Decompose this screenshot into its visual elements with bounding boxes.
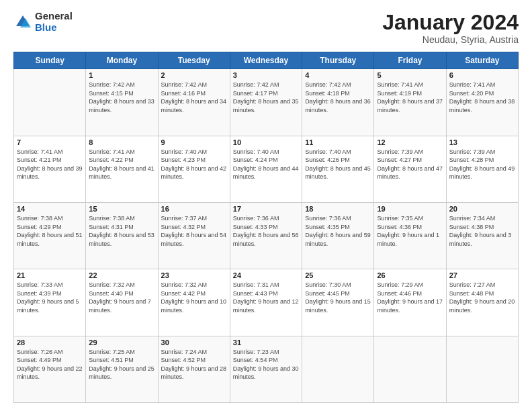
day-info: Sunrise: 7:38 AMSunset: 4:29 PMDaylight:… [17,214,83,248]
sunset-text: Sunset: 4:43 PM [233,290,278,297]
daylight-text: Daylight: 9 hours and 12 minutes. [233,298,299,314]
sunrise-text: Sunrise: 7:36 AM [233,215,279,222]
header-saturday: Saturday [446,52,518,69]
day-info: Sunrise: 7:30 AMSunset: 4:45 PMDaylight:… [305,281,371,314]
day-number: 19 [377,205,443,213]
logo-icon [13,13,32,32]
title-block: January 2024 Neudau, Styria, Austria [382,11,519,45]
day-number: 20 [449,205,515,213]
header: General Blue January 2024 Neudau, Styria… [13,11,519,45]
day-info: Sunrise: 7:41 AMSunset: 4:19 PMDaylight:… [377,81,443,114]
day-number: 23 [161,271,227,279]
day-info: Sunrise: 7:32 AMSunset: 4:42 PMDaylight:… [161,281,227,314]
daylight-text: Daylight: 8 hours and 39 minutes. [17,165,83,181]
day-number: 18 [305,205,371,213]
day-info: Sunrise: 7:25 AMSunset: 4:51 PMDaylight:… [89,348,154,381]
day-number: 3 [233,71,299,79]
day-info: Sunrise: 7:38 AMSunset: 4:31 PMDaylight:… [89,214,154,248]
day-number: 4 [305,71,371,79]
daylight-text: Daylight: 8 hours and 44 minutes. [233,165,299,181]
calendar-cell-w3-d0: 21Sunrise: 7:33 AMSunset: 4:39 PMDayligh… [14,269,86,336]
day-number: 10 [233,138,299,146]
calendar-week-0: 1Sunrise: 7:42 AMSunset: 4:15 PMDaylight… [14,69,519,136]
sunset-text: Sunset: 4:22 PM [89,156,134,163]
daylight-text: Daylight: 8 hours and 34 minutes. [161,98,227,113]
day-number: 31 [233,338,299,347]
sunrise-text: Sunrise: 7:42 AM [305,81,351,88]
sunrise-text: Sunrise: 7:24 AM [161,349,208,355]
calendar-cell-w3-d3: 24Sunrise: 7:31 AMSunset: 4:43 PMDayligh… [230,269,302,336]
day-number: 1 [89,71,154,79]
calendar-body: 1Sunrise: 7:42 AMSunset: 4:15 PMDaylight… [14,69,519,403]
calendar-cell-w3-d5: 26Sunrise: 7:29 AMSunset: 4:46 PMDayligh… [374,269,446,336]
logo-text: General Blue [35,11,73,33]
daylight-text: Daylight: 8 hours and 59 minutes. [305,232,371,247]
calendar-header: Sunday Monday Tuesday Wednesday Thursday… [14,52,519,69]
calendar-cell-w2-d2: 16Sunrise: 7:37 AMSunset: 4:32 PMDayligh… [158,202,230,269]
sunset-text: Sunset: 4:17 PM [233,90,278,97]
day-number: 27 [449,271,515,279]
daylight-text: Daylight: 8 hours and 33 minutes. [89,98,154,113]
calendar-cell-w3-d4: 25Sunrise: 7:30 AMSunset: 4:45 PMDayligh… [302,269,374,336]
calendar-cell-w4-d0: 28Sunrise: 7:26 AMSunset: 4:49 PMDayligh… [14,336,86,402]
daylight-text: Daylight: 9 hours and 1 minute. [377,232,439,247]
sunset-text: Sunset: 4:52 PM [161,357,206,363]
calendar-cell-w0-d6: 6Sunrise: 7:41 AMSunset: 4:20 PMDaylight… [446,69,518,136]
day-info: Sunrise: 7:26 AMSunset: 4:49 PMDaylight:… [17,348,83,381]
calendar-cell-w3-d2: 23Sunrise: 7:32 AMSunset: 4:42 PMDayligh… [158,269,230,336]
daylight-text: Daylight: 8 hours and 41 minutes. [89,165,154,181]
day-number: 17 [233,205,299,213]
sunrise-text: Sunrise: 7:42 AM [89,81,135,88]
sunset-text: Sunset: 4:16 PM [161,90,206,97]
sunset-text: Sunset: 4:31 PM [89,224,134,230]
header-wednesday: Wednesday [230,52,302,69]
sunset-text: Sunset: 4:24 PM [233,156,278,163]
daylight-text: Daylight: 9 hours and 3 minutes. [449,232,512,247]
day-info: Sunrise: 7:42 AMSunset: 4:17 PMDaylight:… [233,81,299,114]
daylight-text: Daylight: 8 hours and 56 minutes. [233,232,299,247]
sunrise-text: Sunrise: 7:31 AM [233,281,279,288]
sunrise-text: Sunrise: 7:36 AM [305,215,351,222]
calendar-cell-w1-d0: 7Sunrise: 7:41 AMSunset: 4:21 PMDaylight… [14,136,86,202]
day-number: 28 [17,338,83,347]
sunset-text: Sunset: 4:19 PM [377,90,422,97]
daylight-text: Daylight: 9 hours and 15 minutes. [305,298,371,314]
calendar-cell-w0-d3: 3Sunrise: 7:42 AMSunset: 4:17 PMDaylight… [230,69,302,136]
day-number: 25 [305,271,371,279]
calendar-cell-w1-d3: 10Sunrise: 7:40 AMSunset: 4:24 PMDayligh… [230,136,302,202]
day-info: Sunrise: 7:31 AMSunset: 4:43 PMDaylight:… [233,281,299,314]
sunrise-text: Sunrise: 7:40 AM [161,148,208,155]
day-number: 12 [377,138,443,146]
calendar-cell-w3-d6: 27Sunrise: 7:27 AMSunset: 4:48 PMDayligh… [446,269,518,336]
sunset-text: Sunset: 4:29 PM [17,224,62,230]
sunset-text: Sunset: 4:45 PM [305,290,350,297]
sunrise-text: Sunrise: 7:34 AM [449,215,496,222]
calendar-cell-w4-d6 [446,336,518,402]
day-number: 8 [89,138,154,146]
logo-blue-label: Blue [35,22,73,34]
sunset-text: Sunset: 4:26 PM [305,156,350,163]
day-info: Sunrise: 7:40 AMSunset: 4:23 PMDaylight:… [161,148,227,181]
sunrise-text: Sunrise: 7:32 AM [161,281,208,288]
daylight-text: Daylight: 9 hours and 5 minutes. [17,298,79,314]
day-number: 16 [161,205,227,213]
daylight-text: Daylight: 9 hours and 10 minutes. [161,298,227,314]
sunset-text: Sunset: 4:39 PM [17,290,62,297]
daylight-text: Daylight: 8 hours and 37 minutes. [377,98,443,113]
calendar-cell-w2-d3: 17Sunrise: 7:36 AMSunset: 4:33 PMDayligh… [230,202,302,269]
sunset-text: Sunset: 4:42 PM [161,290,206,297]
calendar-cell-w4-d4 [302,336,374,402]
sunset-text: Sunset: 4:21 PM [17,156,62,163]
daylight-text: Daylight: 8 hours and 47 minutes. [377,165,443,181]
day-info: Sunrise: 7:35 AMSunset: 4:36 PMDaylight:… [377,214,443,248]
day-info: Sunrise: 7:42 AMSunset: 4:18 PMDaylight:… [305,81,371,114]
calendar-cell-w1-d1: 8Sunrise: 7:41 AMSunset: 4:22 PMDaylight… [86,136,158,202]
sunset-text: Sunset: 4:54 PM [233,357,278,363]
day-info: Sunrise: 7:39 AMSunset: 4:27 PMDaylight:… [377,148,443,181]
subtitle: Neudau, Styria, Austria [382,34,519,45]
header-tuesday: Tuesday [158,52,230,69]
daylight-text: Daylight: 8 hours and 38 minutes. [449,98,515,113]
daylight-text: Daylight: 8 hours and 45 minutes. [305,165,371,181]
page: General Blue January 2024 Neudau, Styria… [0,0,532,411]
sunset-text: Sunset: 4:33 PM [233,224,278,230]
